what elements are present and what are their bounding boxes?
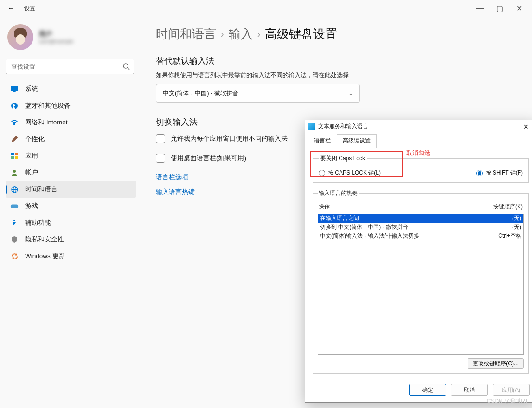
hotkey-list[interactable]: 在输入语言之间 (无) 切换到 中文(简体，中国) - 微软拼音 (无) 中文(… xyxy=(318,214,524,355)
hotkey-row[interactable]: 切换到 中文(简体，中国) - 微软拼音 (无) xyxy=(318,223,523,232)
fieldset-legend: 要关闭 Caps Lock xyxy=(319,155,367,162)
capslock-fieldset: 要关闭 Caps Lock 按 CAPS LOCK 键(L) 按 SHIFT 键… xyxy=(313,155,529,183)
accessibility-icon xyxy=(10,219,19,227)
hotkeys-fieldset: 输入语言的热键 操作 按键顺序(K) 在输入语言之间 (无) 切换到 中文(简体… xyxy=(313,189,529,374)
svg-point-5 xyxy=(14,123,15,125)
ime-select[interactable]: 中文(简体，中国) - 微软拼音 ⌄ xyxy=(156,84,360,103)
breadcrumb-current: 高级键盘设置 xyxy=(265,26,337,42)
svg-rect-8 xyxy=(11,156,14,159)
sidebar-item-accounts[interactable]: 帐户 xyxy=(6,164,136,181)
tab-advanced-keys[interactable]: 高级键设置 xyxy=(337,134,377,148)
fieldset-legend: 输入语言的热键 xyxy=(318,189,359,197)
col-keyseq: 按键顺序(K) xyxy=(493,203,523,211)
minimize-button[interactable]: ― xyxy=(471,2,489,15)
search-input[interactable] xyxy=(6,59,134,74)
sidebar-item-label: 应用 xyxy=(25,152,38,160)
radio-label: 按 SHIFT 键(F) xyxy=(486,169,523,177)
bluetooth-icon xyxy=(10,102,19,110)
brush-icon xyxy=(10,135,19,143)
checkbox-label: 允许我为每个应用窗口使用不同的输入法 xyxy=(171,135,288,143)
chevron-down-icon: ⌄ xyxy=(348,90,353,97)
sidebar-item-label: 个性化 xyxy=(25,135,45,143)
sidebar-item-label: 帐户 xyxy=(25,168,38,177)
sidebar-item-label: 蓝牙和其他设备 xyxy=(25,102,71,110)
close-icon[interactable]: ✕ xyxy=(519,121,532,132)
titlebar-title: 设置 xyxy=(24,5,35,13)
hotkey-row[interactable]: 在输入语言之间 (无) xyxy=(318,214,523,223)
col-action: 操作 xyxy=(319,203,330,211)
update-icon xyxy=(10,252,19,260)
monitor-icon xyxy=(10,85,19,93)
checkbox[interactable] xyxy=(156,134,165,143)
nav-list: 系统 蓝牙和其他设备 网络和 Internet 个性化 应用 帐户 时间和语言 … xyxy=(6,81,136,265)
dialog-app-icon xyxy=(308,123,315,130)
sidebar: 用户 user@example 系统 蓝牙和其他设备 网络和 Internet … xyxy=(0,17,139,408)
globe-icon xyxy=(10,185,19,194)
titlebar: ← 设置 ― ▢ ✕ xyxy=(0,0,532,17)
svg-point-10 xyxy=(13,170,16,173)
dialog-titlebar: 文本服务和输入语言 ✕ xyxy=(305,120,532,133)
hotkey-action: 中文(简体)输入法 - 输入法/非输入法切换 xyxy=(320,232,419,240)
tab-langbar[interactable]: 语言栏 xyxy=(308,134,337,148)
maximize-button[interactable]: ▢ xyxy=(490,2,509,15)
wifi-icon xyxy=(10,118,19,127)
sidebar-item-label: 时间和语言 xyxy=(25,185,58,194)
hotkey-action: 在输入语言之间 xyxy=(320,214,359,222)
sidebar-item-update[interactable]: Windows 更新 xyxy=(6,248,136,265)
sidebar-item-label: 游戏 xyxy=(25,202,38,210)
sidebar-item-label: 系统 xyxy=(25,85,38,93)
user-info[interactable]: 用户 user@example xyxy=(6,20,136,58)
checkbox[interactable] xyxy=(156,154,165,163)
radio-icon xyxy=(319,170,325,176)
section-heading: 替代默认输入法 xyxy=(156,55,515,66)
hotkey-keyseq: (无) xyxy=(512,214,521,222)
change-sequence-button[interactable]: 更改按键顺序(C)... xyxy=(468,358,524,369)
back-button[interactable]: ← xyxy=(4,1,19,16)
radio-icon xyxy=(476,170,483,176)
close-button[interactable]: ✕ xyxy=(510,2,528,15)
svg-rect-6 xyxy=(11,153,14,155)
sidebar-item-network[interactable]: 网络和 Internet xyxy=(6,114,136,131)
breadcrumb: 时间和语言 › 输入 › 高级键盘设置 xyxy=(156,26,515,42)
radio-capslock[interactable]: 按 CAPS LOCK 键(L) xyxy=(319,169,381,177)
text-services-dialog: 文本服务和输入语言 ✕ 语言栏 高级键设置 取消勾选 要关闭 Caps Lock… xyxy=(305,120,532,403)
person-icon xyxy=(10,168,19,177)
select-value: 中文(简体，中国) - 微软拼音 xyxy=(163,89,238,97)
chevron-right-icon: › xyxy=(221,29,224,39)
user-name: 用户 xyxy=(39,30,73,39)
watermark: CSDN @我叫RT xyxy=(487,397,528,405)
sidebar-item-personalize[interactable]: 个性化 xyxy=(6,131,136,148)
svg-rect-2 xyxy=(11,86,18,91)
breadcrumb-item[interactable]: 输入 xyxy=(229,26,253,42)
svg-rect-9 xyxy=(15,156,18,159)
svg-point-15 xyxy=(13,220,15,221)
svg-rect-7 xyxy=(15,153,18,155)
sidebar-item-bluetooth[interactable]: 蓝牙和其他设备 xyxy=(6,97,136,114)
sidebar-item-label: 隐私和安全性 xyxy=(25,235,64,244)
cancel-button[interactable]: 取消 xyxy=(451,384,488,396)
sidebar-item-label: 网络和 Internet xyxy=(25,118,68,127)
hotkey-row[interactable]: 中文(简体)输入法 - 输入法/非输入法切换 Ctrl+空格 xyxy=(318,232,523,240)
sidebar-item-accessibility[interactable]: 辅助功能 xyxy=(6,214,136,231)
svg-rect-3 xyxy=(13,91,15,92)
radio-label: 按 CAPS LOCK 键(L) xyxy=(328,169,381,177)
sidebar-item-system[interactable]: 系统 xyxy=(6,81,136,97)
apply-button[interactable]: 应用(A) xyxy=(493,384,530,396)
checkbox-label: 使用桌面语言栏(如果可用) xyxy=(171,154,246,162)
hint-text: 如果你想使用与语言列表中最靠前的输入法不同的输入法，请在此处选择 xyxy=(156,71,515,79)
ok-button[interactable]: 确定 xyxy=(409,384,446,396)
svg-line-1 xyxy=(128,68,129,70)
sidebar-item-privacy[interactable]: 隐私和安全性 xyxy=(6,231,136,248)
sidebar-item-time-language[interactable]: 时间和语言 xyxy=(6,181,136,198)
breadcrumb-item[interactable]: 时间和语言 xyxy=(156,26,216,42)
search-box[interactable] xyxy=(6,59,134,74)
sidebar-item-label: Windows 更新 xyxy=(25,252,65,260)
shield-icon xyxy=(10,235,19,244)
gamepad-icon xyxy=(10,202,19,210)
sidebar-item-label: 辅助功能 xyxy=(25,219,51,227)
sidebar-item-gaming[interactable]: 游戏 xyxy=(6,198,136,214)
sidebar-item-apps[interactable]: 应用 xyxy=(6,148,136,164)
svg-point-0 xyxy=(123,64,128,68)
dialog-tabs: 语言栏 高级键设置 xyxy=(305,133,532,148)
radio-shift[interactable]: 按 SHIFT 键(F) xyxy=(476,169,523,177)
